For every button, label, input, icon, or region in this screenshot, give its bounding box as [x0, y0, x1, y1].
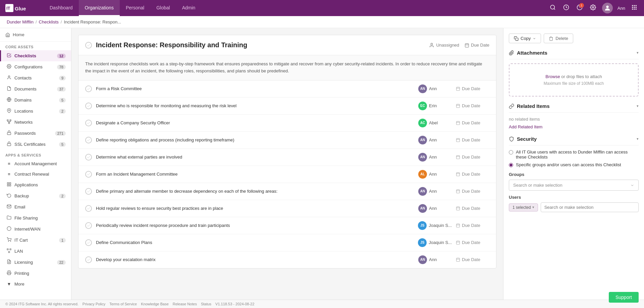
assigned-field[interactable]: Unassigned	[429, 43, 459, 48]
item-assignee-1[interactable]: EC Erin	[418, 102, 452, 110]
attachments-header[interactable]: Attachments ▾	[509, 50, 639, 59]
item-check-6[interactable]	[85, 188, 92, 195]
grid-menu-button[interactable]	[630, 3, 639, 13]
nav-organizations[interactable]: Organizations	[79, 0, 120, 16]
item-due-0[interactable]: Due Date	[456, 86, 489, 91]
sidebar-item-checklists[interactable]: Checklists 12	[0, 50, 71, 61]
item-due-6[interactable]: Due Date	[456, 189, 489, 194]
checklist-complete-circle[interactable]	[85, 42, 92, 49]
item-due-8[interactable]: Due Date	[456, 223, 489, 228]
add-related-item-link[interactable]: Add Related Item	[509, 124, 542, 129]
footer-knowledge[interactable]: Knowledge Base	[141, 302, 169, 306]
item-check-1[interactable]	[85, 103, 92, 109]
item-due-10[interactable]: Due Date	[456, 257, 489, 262]
user-avatar[interactable]	[602, 3, 613, 13]
attach-dropzone[interactable]: Browse or drop files to attach Maximum f…	[509, 63, 639, 97]
search-button[interactable]	[548, 3, 557, 13]
item-due-1[interactable]: Due Date	[456, 103, 489, 108]
sidebar-item-file-sharing[interactable]: File Sharing	[0, 212, 71, 224]
security-radio-specific[interactable]	[509, 163, 513, 167]
item-assignee-8[interactable]: JS Joaquin S...	[418, 221, 452, 230]
security-toggle[interactable]: ▾	[637, 137, 639, 141]
item-assignee-9[interactable]: JS Joaquin S...	[418, 238, 452, 247]
sidebar-item-account-management[interactable]: ≡ Account Management	[0, 159, 71, 169]
copy-button[interactable]: Copy	[509, 34, 541, 43]
sidebar-item-ssl[interactable]: SSL Certificates 5	[0, 139, 71, 150]
svg-rect-83	[457, 224, 460, 227]
item-due-3[interactable]: Due Date	[456, 137, 489, 142]
item-assignee-4[interactable]: AN Ann	[418, 153, 452, 162]
checklist-meta: Unassigned Due Date	[429, 43, 489, 48]
sidebar-item-backup[interactable]: Backup 2	[0, 190, 71, 201]
item-assignee-7[interactable]: AN Ann	[418, 204, 452, 213]
user-name[interactable]: Ann	[618, 6, 625, 11]
settings-button[interactable]	[589, 3, 597, 13]
item-check-7[interactable]	[85, 205, 92, 212]
groups-select[interactable]: Search or make selection	[509, 180, 639, 191]
item-assignee-10[interactable]: AN Ann	[418, 255, 452, 264]
sidebar-item-more[interactable]: ▼ More	[0, 279, 71, 289]
footer-privacy[interactable]: Privacy Policy	[83, 302, 105, 306]
item-assignee-5[interactable]: AL Ann	[418, 170, 452, 179]
sidebar-item-applications[interactable]: Applications	[0, 179, 71, 190]
sidebar-item-configurations[interactable]: Configurations 78	[0, 61, 71, 72]
related-items-header[interactable]: Related Items ▾	[509, 103, 639, 113]
nav-dashboard[interactable]: Dashboard	[44, 0, 79, 16]
sidebar-item-networks[interactable]: Networks	[0, 117, 71, 128]
item-assignee-0[interactable]: AN Ann	[418, 84, 452, 93]
groups-label: Groups	[509, 172, 639, 177]
nav-global[interactable]: Global	[150, 0, 176, 16]
item-check-4[interactable]	[85, 154, 92, 161]
item-check-0[interactable]	[85, 85, 92, 92]
users-search-input[interactable]	[541, 202, 639, 212]
footer-release[interactable]: Release Notes	[173, 302, 197, 306]
item-check-9[interactable]	[85, 239, 92, 246]
item-check-2[interactable]	[85, 120, 92, 126]
item-check-5[interactable]	[85, 171, 92, 178]
footer-status[interactable]: Status	[201, 302, 211, 306]
security-option-all[interactable]: All IT Glue users with access to Dunder …	[509, 149, 639, 160]
sidebar-item-contacts[interactable]: Contacts 9	[0, 72, 71, 83]
item-check-3[interactable]	[85, 137, 92, 143]
security-header[interactable]: Security ▾	[509, 136, 639, 145]
sidebar-item-it-cart[interactable]: IT Cart 1	[0, 235, 71, 246]
item-assignee-2[interactable]: AC Abel	[418, 119, 452, 127]
related-items-toggle[interactable]: ▾	[637, 104, 639, 108]
delete-button[interactable]: Delete	[544, 34, 573, 43]
attachments-toggle[interactable]: ▾	[637, 51, 639, 55]
sidebar-item-lan[interactable]: LAN	[0, 246, 71, 257]
security-radio-all[interactable]	[509, 150, 513, 155]
sidebar-home[interactable]: Home	[0, 28, 71, 42]
browse-link[interactable]: Browse	[545, 74, 560, 79]
help-button[interactable]: 1	[575, 3, 584, 13]
timer-button[interactable]	[562, 3, 571, 13]
nav-personal[interactable]: Personal	[120, 0, 150, 16]
sidebar-item-documents[interactable]: Documents 37	[0, 83, 71, 95]
item-due-7[interactable]: Due Date	[456, 206, 489, 211]
due-date-field[interactable]: Due Date	[465, 43, 489, 48]
support-button[interactable]: Support	[609, 292, 639, 303]
nav-admin[interactable]: Admin	[176, 0, 202, 16]
item-due-2[interactable]: Due Date	[456, 120, 489, 125]
security-option-specific[interactable]: Specific groups and/or users can access …	[509, 162, 639, 167]
sidebar-item-printing[interactable]: Printing	[0, 268, 71, 279]
item-due-9[interactable]: Due Date	[456, 240, 489, 245]
item-assignee-6[interactable]: AN Ann	[418, 187, 452, 196]
sidebar-item-domains[interactable]: Domains 5	[0, 95, 71, 106]
sidebar-item-licensing[interactable]: Licensing 22	[0, 257, 71, 268]
selected-user-chip[interactable]: 1 selected ▾	[509, 203, 538, 211]
app-logo[interactable]: IT Glue	[5, 3, 36, 13]
item-due-5[interactable]: Due Date	[456, 172, 489, 177]
item-due-4[interactable]: Due Date	[456, 155, 489, 160]
breadcrumb-org[interactable]: Dunder Mifflin	[7, 19, 34, 24]
item-assignee-3[interactable]: AN Ann	[418, 136, 452, 144]
sidebar-item-internet-wan[interactable]: Internet/WAN	[0, 224, 71, 235]
item-check-8[interactable]	[85, 222, 92, 229]
sidebar-item-email[interactable]: Email	[0, 201, 71, 212]
sidebar-item-passwords[interactable]: Passwords 271	[0, 128, 71, 139]
item-check-10[interactable]	[85, 256, 92, 263]
sidebar-item-locations[interactable]: Locations 2	[0, 106, 71, 117]
breadcrumb-section[interactable]: Checklists	[39, 19, 59, 24]
footer-terms[interactable]: Terms of Service	[109, 302, 137, 306]
sidebar-item-contract-renewal[interactable]: ≡ Contract Renewal	[0, 169, 71, 179]
